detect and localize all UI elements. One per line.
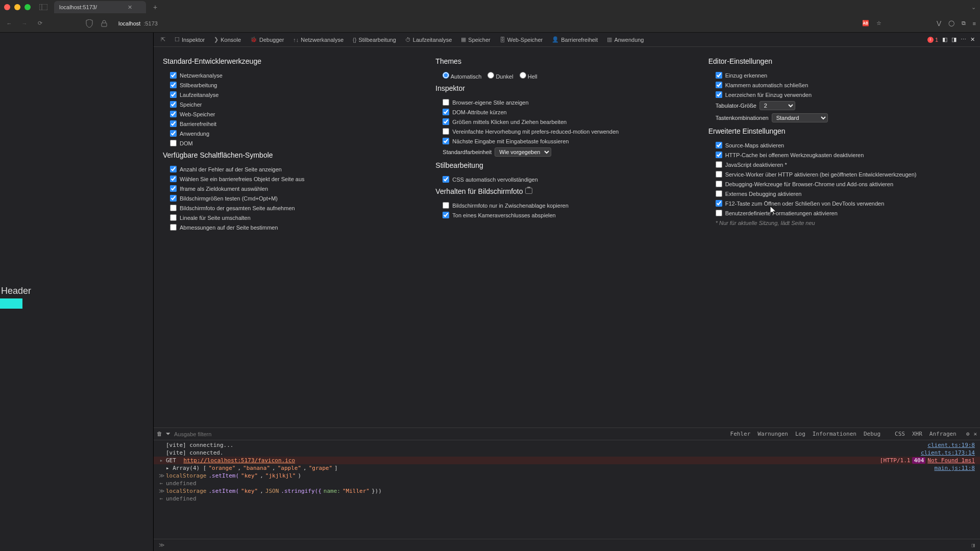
tab-size-select[interactable]: 2 bbox=[760, 101, 795, 110]
filter-fehler[interactable]: Fehler bbox=[727, 429, 754, 439]
opt-disable-cache[interactable]: HTTP-Cache bei offenem Werkzeugkasten de… bbox=[708, 150, 971, 160]
pocket-icon[interactable]: ⋁ bbox=[937, 20, 941, 27]
opt-shot-sound[interactable]: Ton eines Kameraverschlusses abspielen bbox=[435, 210, 698, 220]
opt-a11y-picker[interactable]: Wählen Sie ein barrierefreies Objekt der… bbox=[163, 174, 425, 184]
opt-sw-http[interactable]: Service-Worker über HTTP aktivieren (bei… bbox=[708, 169, 971, 179]
address-field[interactable]: localhost:5173 bbox=[118, 20, 158, 27]
opt-auto-brackets[interactable]: Klammern automatisch schließen bbox=[708, 80, 971, 90]
color-unit-select[interactable]: Wie vorgegeben bbox=[495, 147, 551, 157]
shield-icon[interactable] bbox=[86, 19, 96, 28]
filter-log[interactable]: Log bbox=[792, 429, 809, 439]
opt-laufzeitanalyse[interactable]: Laufzeitanalyse bbox=[163, 90, 425, 99]
source-link[interactable]: main.js:11:8 bbox=[935, 465, 975, 471]
devtools-settings: Standard-Entwicklerwerkzeuge Netzwerkana… bbox=[154, 47, 980, 428]
opt-disable-js[interactable]: JavaScript deaktivieren * bbox=[708, 160, 971, 169]
translate-icon[interactable]: 🆎 bbox=[862, 20, 869, 27]
console-input[interactable] bbox=[168, 541, 968, 549]
opt-error-count[interactable]: Anzahl der Fehler auf der Seite anzeigen bbox=[163, 164, 425, 174]
opt-shot-clipboard[interactable]: Bildschirmfoto nur in Zwischenablage kop… bbox=[435, 201, 698, 210]
keybindings-select[interactable]: Standard bbox=[772, 113, 828, 122]
devtools-tab-webspeicher[interactable]: 🗄Web-Speicher bbox=[496, 33, 547, 46]
opt-dom[interactable]: DOM bbox=[163, 138, 425, 148]
devtools-tab-inspektor[interactable]: ☐Inspektor bbox=[170, 33, 209, 46]
extensions-icon[interactable]: ⧉ bbox=[962, 20, 966, 27]
more-icon[interactable]: ⋯ bbox=[961, 36, 966, 43]
forward-button[interactable]: → bbox=[19, 20, 30, 27]
error-count-badge[interactable]: !1 bbox=[927, 37, 938, 43]
opt-custom-formatters[interactable]: Benutzerdefinierte Formatierungen aktivi… bbox=[708, 208, 971, 218]
opt-netzwerkanalyse[interactable]: Netzwerkanalyse bbox=[163, 70, 425, 80]
maximize-window-icon[interactable] bbox=[24, 4, 31, 10]
sidebar-toggle-icon[interactable] bbox=[39, 3, 48, 12]
opt-browser-styles[interactable]: Browser-eigene Stile anzeigen bbox=[435, 97, 698, 107]
devtools-tab-barrierefreiheit[interactable]: 👤Barrierefreiheit bbox=[548, 33, 602, 46]
account-icon[interactable]: ◯ bbox=[948, 20, 954, 27]
reload-button[interactable]: ⟳ bbox=[35, 20, 45, 27]
new-tab-button[interactable]: + bbox=[149, 3, 161, 11]
opt-f12-toggle[interactable]: F12-Taste zum Öffnen oder Schließen von … bbox=[708, 198, 971, 208]
filter-warnungen[interactable]: Warnungen bbox=[754, 429, 792, 439]
devtools-tab-debugger[interactable]: 🐞Debugger bbox=[246, 33, 288, 46]
devtools-tab-stil[interactable]: {}Stilbearbeitung bbox=[349, 33, 400, 46]
opt-speicher[interactable]: Speicher bbox=[163, 99, 425, 109]
opt-barrierefreiheit[interactable]: Barrierefreiheit bbox=[163, 119, 425, 129]
opt-stilbearbeitung[interactable]: Stilbearbeitung bbox=[163, 80, 425, 90]
camera-icon bbox=[525, 188, 532, 194]
opt-truncate-attrs[interactable]: DOM-Attribute kürzen bbox=[435, 107, 698, 117]
filter-xhr[interactable]: XHR bbox=[909, 429, 926, 439]
console-filter-input[interactable] bbox=[174, 431, 276, 437]
close-devtools-icon[interactable]: ✕ bbox=[970, 36, 975, 43]
opt-chrome-debug[interactable]: Debugging-Werkzeuge für Browser-Chrome u… bbox=[708, 179, 971, 189]
theme-auto[interactable]: Automatisch bbox=[443, 72, 481, 80]
menu-icon[interactable]: ≡ bbox=[973, 20, 976, 27]
opt-fullpage-shot[interactable]: Bildschirmfoto der gesamten Seite aufneh… bbox=[163, 203, 425, 213]
browser-tab[interactable]: localhost:5173/ ✕ bbox=[54, 1, 146, 13]
console-body[interactable]: [vite] connecting... client.ts:19:8 [vit… bbox=[154, 440, 980, 539]
trash-icon[interactable]: 🗑 bbox=[157, 431, 162, 437]
close-console-icon[interactable]: ✕ bbox=[973, 431, 977, 437]
opt-measure[interactable]: Abmessungen auf der Seite bestimmen bbox=[163, 222, 425, 232]
section-themes: Themes bbox=[435, 57, 698, 65]
filter-css[interactable]: CSS bbox=[891, 429, 909, 439]
dock-side-icon[interactable]: ◧ bbox=[942, 36, 947, 43]
minimize-window-icon[interactable] bbox=[14, 4, 20, 10]
opt-responsive-test[interactable]: Bildschirmgrößen testen (Cmd+Opt+M) bbox=[163, 193, 425, 203]
devtools-tab-speicher[interactable]: ▦Speicher bbox=[457, 33, 494, 46]
theme-light[interactable]: Hell bbox=[520, 72, 537, 80]
back-button[interactable]: ← bbox=[4, 20, 14, 27]
close-tab-icon[interactable]: ✕ bbox=[128, 4, 132, 11]
opt-iframe-target[interactable]: Iframe als Zieldokument auswählen bbox=[163, 184, 425, 193]
dock-bottom-icon[interactable]: ◨ bbox=[951, 36, 957, 43]
devtools-tab-laufzeit[interactable]: ⏱Laufzeitanalyse bbox=[401, 33, 456, 46]
opt-detect-indent[interactable]: Einzug erkennen bbox=[708, 70, 971, 80]
page-nav-block[interactable] bbox=[0, 298, 22, 309]
console-toolbar: 🗑 ⏷ Fehler Warnungen Log Informationen D… bbox=[154, 428, 980, 440]
split-console-icon[interactable]: ◨ bbox=[971, 542, 975, 548]
devtools-inspect-element-icon[interactable]: ⇱ bbox=[157, 33, 169, 46]
source-link[interactable]: client.ts:173:14 bbox=[921, 449, 975, 456]
source-link[interactable]: client.ts:19:8 bbox=[927, 442, 975, 448]
chevron-down-icon[interactable]: ⌄ bbox=[971, 4, 976, 11]
opt-css-autocomplete[interactable]: CSS automatisch vervollständigen bbox=[435, 174, 698, 184]
filter-icon: ⏷ bbox=[165, 431, 171, 437]
opt-source-maps[interactable]: Source-Maps aktivieren bbox=[708, 140, 971, 150]
opt-focus-next[interactable]: Nächste Eingabe mit Eingabetaste fokussi… bbox=[435, 136, 698, 146]
lock-icon[interactable] bbox=[101, 20, 111, 27]
bookmark-icon[interactable]: ☆ bbox=[876, 20, 881, 27]
opt-reduced-motion[interactable]: Vereinfachte Hervorhebung mit prefers-re… bbox=[435, 127, 698, 136]
devtools-tab-anwendung[interactable]: ▥Anwendung bbox=[603, 33, 648, 46]
opt-spaces-indent[interactable]: Leerzeichen für Einzug verwenden bbox=[708, 90, 971, 99]
opt-anwendung[interactable]: Anwendung bbox=[163, 129, 425, 138]
theme-dark[interactable]: Dunkel bbox=[487, 72, 513, 80]
opt-remote-debug[interactable]: Externes Debugging aktivieren bbox=[708, 189, 971, 198]
filter-anfragen[interactable]: Anfragen bbox=[926, 429, 960, 439]
filter-informationen[interactable]: Informationen bbox=[809, 429, 860, 439]
devtools-tab-netzwerk[interactable]: ↑↓Netzwerkanalyse bbox=[289, 33, 348, 46]
opt-rulers[interactable]: Lineale für Seite umschalten bbox=[163, 213, 425, 222]
gear-icon[interactable]: ⚙ bbox=[966, 431, 970, 437]
close-window-icon[interactable] bbox=[4, 4, 10, 10]
filter-debug[interactable]: Debug bbox=[860, 429, 884, 439]
opt-drag-sizes[interactable]: Größen mittels Klicken und Ziehen bearbe… bbox=[435, 117, 698, 127]
devtools-tab-konsole[interactable]: ❯Konsole bbox=[210, 33, 245, 46]
opt-webspeicher[interactable]: Web-Speicher bbox=[163, 109, 425, 119]
